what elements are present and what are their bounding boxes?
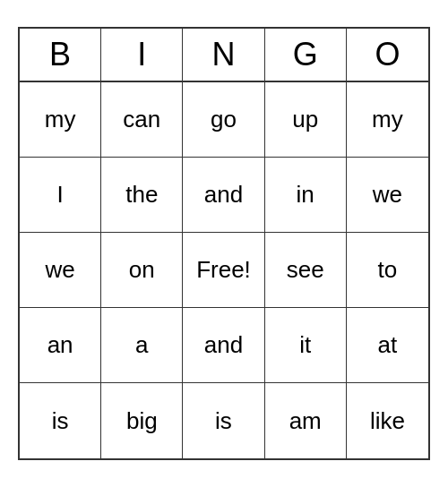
bingo-cell-r4-c0: is	[20, 383, 101, 458]
bingo-cell-r0-c0: my	[20, 82, 101, 158]
header-cell-b: B	[20, 29, 101, 81]
bingo-cell-r4-c4: like	[347, 383, 428, 458]
bingo-grid: mycangoupmyItheandinweweonFree!seetoanaa…	[20, 82, 428, 458]
bingo-cell-r2-c4: to	[347, 233, 428, 308]
bingo-cell-r4-c3: am	[265, 383, 347, 458]
header-cell-g: G	[265, 29, 347, 81]
bingo-cell-r2-c1: on	[101, 233, 183, 308]
bingo-card: BINGO mycangoupmyItheandinweweonFree!see…	[18, 27, 430, 460]
bingo-cell-r0-c4: my	[347, 82, 428, 158]
bingo-cell-r2-c2: Free!	[183, 233, 264, 308]
bingo-cell-r4-c1: big	[101, 383, 183, 458]
bingo-cell-r0-c2: go	[183, 82, 264, 158]
header-cell-i: I	[101, 29, 183, 81]
bingo-cell-r1-c4: we	[347, 158, 428, 233]
bingo-cell-r3-c1: a	[101, 308, 183, 383]
bingo-cell-r2-c0: we	[20, 233, 101, 308]
bingo-cell-r3-c3: it	[265, 308, 347, 383]
bingo-header: BINGO	[20, 29, 428, 82]
bingo-cell-r4-c2: is	[183, 383, 264, 458]
bingo-cell-r0-c1: can	[101, 82, 183, 158]
bingo-cell-r3-c2: and	[183, 308, 264, 383]
header-cell-n: N	[183, 29, 264, 81]
bingo-cell-r3-c4: at	[347, 308, 428, 383]
header-cell-o: O	[347, 29, 428, 81]
bingo-cell-r1-c0: I	[20, 158, 101, 233]
bingo-cell-r1-c1: the	[101, 158, 183, 233]
bingo-cell-r1-c3: in	[265, 158, 347, 233]
bingo-cell-r0-c3: up	[265, 82, 347, 158]
bingo-cell-r3-c0: an	[20, 308, 101, 383]
bingo-cell-r2-c3: see	[265, 233, 347, 308]
bingo-cell-r1-c2: and	[183, 158, 264, 233]
